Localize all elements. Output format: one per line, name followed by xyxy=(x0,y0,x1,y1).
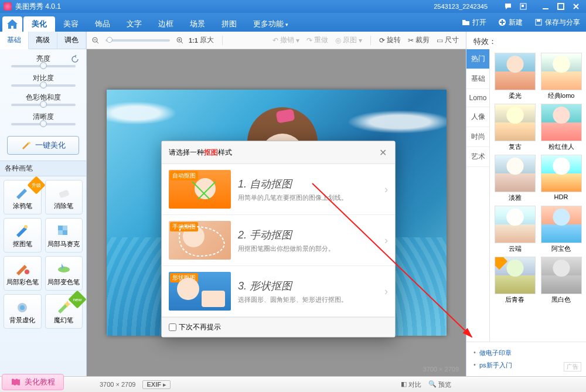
tab-text[interactable]: 文字 xyxy=(118,16,150,32)
brush-magic[interactable]: new魔幻笔 xyxy=(45,294,83,329)
cutout-option-shape[interactable]: 形状抠图 3. 形状抠图选择圆形、圆角矩形、矩形进行抠图。 › xyxy=(162,266,395,317)
left-panel: 基础 高级 调色 亮度 对比度 色彩饱和度 清晰度 一键美化 各种画笔 升级涂鸦… xyxy=(0,32,87,376)
zoom-out-icon[interactable] xyxy=(91,36,100,45)
link-ps-beginner[interactable]: ps新手入门 xyxy=(473,359,579,371)
slider-saturation[interactable] xyxy=(11,104,76,106)
app-logo xyxy=(4,2,12,11)
rotate-button[interactable]: ⟳ 旋转 xyxy=(377,34,403,46)
home-button[interactable] xyxy=(2,16,22,32)
svg-rect-2 xyxy=(543,8,548,9)
no-remind-checkbox[interactable] xyxy=(169,323,176,331)
preview-button[interactable]: 🔍 预览 xyxy=(428,380,451,389)
skin-icon[interactable] xyxy=(517,2,530,11)
opt-title: 2. 手动抠图 xyxy=(238,228,335,242)
brush-mosaic[interactable]: 局部马赛克 xyxy=(45,218,83,253)
save-share-button[interactable]: 保存与分享 xyxy=(529,13,586,32)
effects-title: 特效： xyxy=(466,32,586,49)
exif-button[interactable]: EXIF ▸ xyxy=(142,380,171,389)
slider-brightness[interactable] xyxy=(11,65,76,67)
sub-tabs: 基础 高级 调色 xyxy=(0,32,86,49)
maximize-icon[interactable] xyxy=(554,2,567,11)
right-panel: 特效： 热门 基础 Lomo 人像 时尚 艺术 柔光 经典lomo 复古 粉红佳… xyxy=(466,32,586,376)
fxcat-lomo[interactable]: Lomo xyxy=(466,89,489,107)
crop-button[interactable]: ✂ 裁剪 xyxy=(406,34,432,46)
tab-cosmetic[interactable]: 美容 xyxy=(55,16,87,32)
effect-item[interactable]: 淡雅 xyxy=(493,155,536,202)
effect-item[interactable]: HDR xyxy=(540,155,582,202)
compare-button[interactable]: ◧ 对比 xyxy=(401,380,421,389)
opt-desc: 选择圆形、圆角矩形、矩形进行抠图。 xyxy=(238,295,347,304)
one-click-label: 一键美化 xyxy=(35,140,66,151)
opt-title: 3. 形状抠图 xyxy=(238,279,347,293)
subtab-basic[interactable]: 基础 xyxy=(0,32,29,49)
fxcat-art[interactable]: 艺术 xyxy=(466,147,489,167)
brush-recolor[interactable]: 局部变色笔 xyxy=(45,256,83,291)
fxcat-fashion[interactable]: 时尚 xyxy=(466,127,489,147)
resize-button[interactable]: ▭ 尺寸 xyxy=(434,34,461,46)
save-share-label: 保存与分享 xyxy=(545,18,580,28)
svg-point-15 xyxy=(58,267,70,272)
dialog-header: 请选择一种 抠图 样式 ✕ xyxy=(162,141,395,164)
dialog-title-pre: 请选择一种 xyxy=(169,148,204,158)
opt-title: 1. 自动抠图 xyxy=(238,177,347,191)
brush-local-color[interactable]: 局部彩色笔 xyxy=(4,256,42,291)
cutout-option-auto[interactable]: 自动抠图 1. 自动抠图用简单的几笔在要抠图的图像上划线。 › xyxy=(162,164,395,215)
canvas-toolbar: 1:1 1:1 原大原大 ↶ 撤销 ▾ ↷ 重做 ◎ 原图 ▾ ⟳ 旋转 ✂ 裁… xyxy=(87,32,466,49)
new-button[interactable]: 新建 xyxy=(492,13,529,32)
svg-rect-3 xyxy=(558,4,564,9)
dialog-footer: 下次不再提示 xyxy=(162,317,395,337)
slider-contrast[interactable] xyxy=(11,84,76,87)
slider-sharpness[interactable] xyxy=(11,123,76,125)
tab-decor[interactable]: 饰品 xyxy=(87,16,118,32)
status-bar: 3700 × 2709 EXIF ▸ ◧ 对比 🔍 预览 xyxy=(0,376,586,392)
original-button[interactable]: ◎ 原图 ▾ xyxy=(333,34,364,46)
effect-item[interactable]: 后青春 xyxy=(493,257,536,304)
chat-icon[interactable] xyxy=(502,2,515,11)
tab-frame[interactable]: 边框 xyxy=(150,16,182,32)
subtab-color[interactable]: 调色 xyxy=(57,32,86,49)
tutorial-button[interactable]: 美化教程 xyxy=(2,374,64,390)
undo-button[interactable]: ↶ 撤销 ▾ xyxy=(270,34,302,46)
tab-collage[interactable]: 拼图 xyxy=(213,16,245,32)
effect-item[interactable]: 云端 xyxy=(493,206,536,253)
zoom-in-icon[interactable] xyxy=(176,36,184,45)
tab-scene[interactable]: 场景 xyxy=(182,16,213,32)
zoom-slider[interactable] xyxy=(105,39,170,42)
zoom-actual-button[interactable]: 1:1 1:1 原大原大 xyxy=(186,34,216,46)
account-label[interactable]: 2543123_2242345 xyxy=(434,3,488,10)
tab-more[interactable]: 更多功能 xyxy=(245,16,297,32)
link-estamp[interactable]: 做电子印章 xyxy=(473,347,579,359)
svg-point-14 xyxy=(25,270,29,274)
brush-doodle[interactable]: 升级涂鸦笔 xyxy=(4,180,42,214)
subtab-advanced[interactable]: 高级 xyxy=(29,32,57,49)
open-button[interactable]: 打开 xyxy=(456,13,492,32)
dialog-close-button[interactable]: ✕ xyxy=(377,147,388,158)
chevron-right-icon: › xyxy=(384,285,388,298)
one-click-beautify-button[interactable]: 一键美化 xyxy=(7,136,79,155)
minimize-icon[interactable] xyxy=(539,2,552,11)
brush-blur-bg[interactable]: 背景虚化 xyxy=(4,294,42,329)
fxcat-hot[interactable]: 热门 xyxy=(466,49,489,69)
effect-item[interactable]: 柔光 xyxy=(493,53,536,100)
chevron-right-icon: › xyxy=(384,183,388,196)
cutout-option-manual[interactable]: 手动抠图 2. 手动抠图用抠图笔圈出你想做前景的部分。 › xyxy=(162,215,395,266)
brush-eraser[interactable]: 消除笔 xyxy=(45,180,83,214)
close-icon[interactable] xyxy=(570,2,582,11)
svg-point-7 xyxy=(28,142,30,144)
svg-point-20 xyxy=(195,178,216,199)
effect-item[interactable]: 黑白色 xyxy=(540,257,582,304)
main-tabs: 美化 美容 饰品 文字 边框 场景 拼图 更多功能 打开 新建 保存与分享 xyxy=(0,13,586,32)
ad-label: 广告 xyxy=(564,362,581,371)
effect-item[interactable]: 经典lomo xyxy=(540,53,582,100)
fxcat-basic[interactable]: 基础 xyxy=(466,69,489,89)
tab-beautify[interactable]: 美化 xyxy=(23,16,55,32)
effect-item[interactable]: 粉红佳人 xyxy=(540,104,582,151)
svg-rect-8 xyxy=(59,190,69,199)
brush-cutout[interactable]: 抠图笔 xyxy=(4,218,42,253)
reset-icon[interactable] xyxy=(71,55,79,63)
effect-item[interactable]: 复古 xyxy=(493,104,536,151)
svg-rect-12 xyxy=(58,230,63,235)
redo-button[interactable]: ↷ 重做 xyxy=(304,34,331,46)
fxcat-portrait[interactable]: 人像 xyxy=(466,107,489,127)
effect-item[interactable]: 阿宝色 xyxy=(540,206,582,253)
